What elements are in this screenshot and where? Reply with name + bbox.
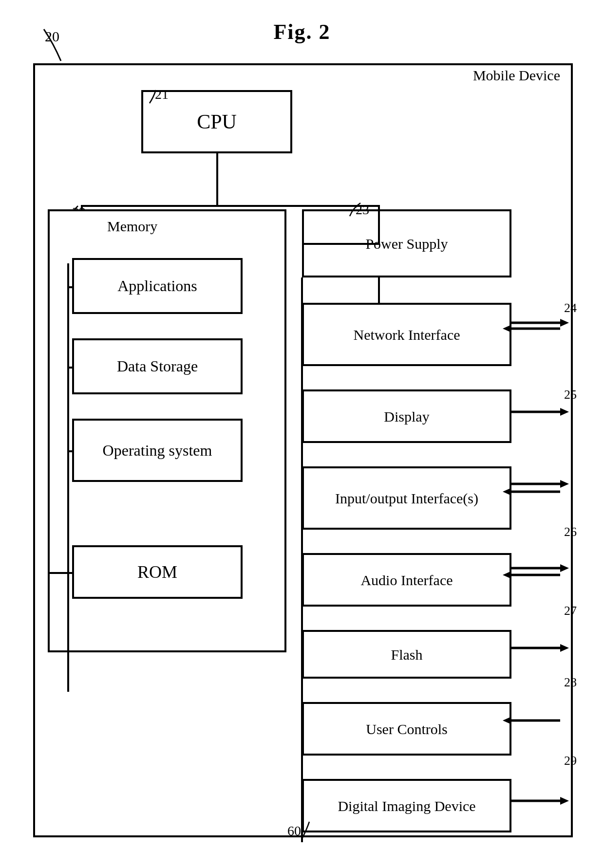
- display-box: Display: [302, 389, 511, 443]
- os-label: Operating system: [103, 442, 212, 460]
- flash-connector: [301, 654, 304, 656]
- datastorage-connector: [67, 367, 74, 369]
- ref-28: 28: [564, 675, 577, 690]
- ref-27: 27: [564, 604, 577, 618]
- svg-marker-7: [560, 480, 569, 488]
- data-storage-box: Data Storage: [72, 338, 243, 394]
- io-arrows: [511, 477, 575, 506]
- user-controls-box: User Controls: [302, 702, 511, 756]
- audio-interface-label: Audio Interface: [360, 571, 453, 590]
- applications-box: Applications: [72, 258, 243, 314]
- ref-23-line: [346, 201, 370, 220]
- cpu-label: CPU: [197, 110, 237, 133]
- digital-imaging-box: Digital Imaging Device: [302, 779, 511, 832]
- audio-connector: [301, 580, 304, 582]
- page: Fig. 2 20 Mobile Device CPU 21 22 Memory…: [0, 0, 604, 868]
- user-controls-connector: [301, 729, 304, 731]
- network-connector: [301, 334, 304, 336]
- ref-29: 29: [564, 754, 577, 768]
- ref-60-line: [292, 817, 317, 841]
- ps-v-connector: [378, 205, 380, 244]
- data-storage-label: Data Storage: [117, 357, 198, 375]
- memory-left-bus: [67, 263, 69, 692]
- cpu-vertical-line: [216, 153, 218, 207]
- digital-imaging-label: Digital Imaging Device: [338, 796, 475, 815]
- svg-marker-19: [560, 797, 569, 805]
- mobile-device-label: Mobile Device: [473, 67, 560, 84]
- io-connector: [301, 498, 304, 500]
- network-interface-label: Network Interface: [353, 325, 460, 344]
- svg-marker-5: [560, 408, 569, 416]
- display-arrows: [511, 402, 575, 422]
- io-interface-label: Input/output Interface(s): [335, 489, 478, 508]
- bus-horizontal-line: [81, 205, 378, 207]
- ref-24: 24: [564, 301, 577, 315]
- flash-arrows: [511, 638, 575, 658]
- ref-26: 26: [564, 525, 577, 539]
- ps-h-connector: [302, 243, 380, 245]
- svg-marker-15: [560, 644, 569, 652]
- svg-marker-11: [560, 564, 569, 572]
- memory-label: Memory: [107, 218, 157, 235]
- applications-label: Applications: [117, 277, 197, 295]
- app-connector: [67, 286, 74, 288]
- ref-20-line: [29, 24, 68, 68]
- audio-interface-box: Audio Interface: [302, 553, 511, 607]
- io-interface-box: Input/output Interface(s): [302, 466, 511, 530]
- flash-label: Flash: [391, 645, 422, 664]
- digital-imaging-arrows: [511, 791, 575, 811]
- figure-title: Fig. 2: [0, 0, 604, 44]
- network-arrows: [511, 316, 575, 335]
- user-controls-arrows: [511, 711, 575, 740]
- network-interface-box: Network Interface: [302, 303, 511, 366]
- flash-box: Flash: [302, 630, 511, 679]
- rom-label: ROM: [137, 562, 177, 582]
- digital-imaging-connector: [301, 806, 304, 808]
- rom-box: ROM: [72, 545, 243, 599]
- rom-connector: [48, 572, 72, 574]
- os-connector: [67, 450, 74, 452]
- ref-25: 25: [564, 388, 577, 402]
- display-connector: [301, 416, 304, 418]
- user-controls-label: User Controls: [366, 720, 448, 739]
- audio-arrows: [511, 561, 575, 586]
- display-label: Display: [384, 407, 429, 426]
- ref-21-line: [144, 88, 168, 107]
- os-box: Operating system: [72, 419, 243, 482]
- svg-marker-1: [560, 319, 569, 327]
